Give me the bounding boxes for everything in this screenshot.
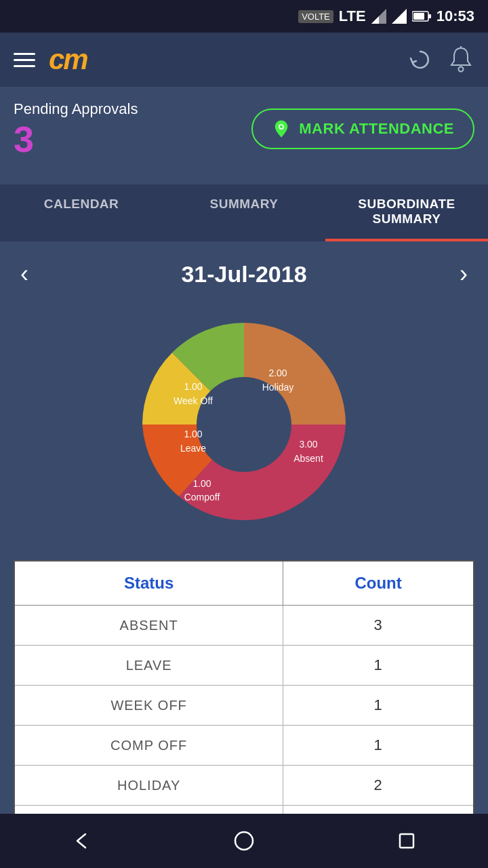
mark-attendance-button[interactable]: MARK ATTENDANCE (251, 108, 474, 149)
volte-badge: VOLTE (298, 10, 333, 23)
compoff-count-cell: 1 (283, 726, 474, 766)
compoff-status-cell: COMP OFF (14, 726, 283, 766)
absent-label: Absent (293, 453, 323, 464)
date-navigation: ‹ 31-Jul-2018 › (14, 255, 474, 293)
next-date-button[interactable]: › (453, 255, 474, 293)
pie-chart: 2.00 Holiday 3.00 Absent 1.00 Compoff 1.… (129, 309, 359, 540)
header-left: cm (14, 43, 87, 76)
prev-date-button[interactable]: ‹ (14, 255, 35, 293)
svg-point-10 (235, 832, 253, 850)
leave-value-label: 1.00 (184, 429, 202, 439)
absent-status-cell: ABSENT (14, 606, 283, 646)
summary-table: Status Count ABSENT 3 LEAVE 1 WEEK OFF 1… (14, 560, 474, 846)
holiday-count-cell: 2 (283, 766, 474, 806)
svg-point-9 (280, 125, 283, 129)
subordinate-summary-content: ‹ 31-Jul-2018 › (0, 241, 488, 860)
leave-count-cell: 1 (283, 646, 474, 686)
app-logo: cm (49, 43, 87, 76)
battery-icon (412, 10, 431, 22)
time: 10:53 (436, 7, 474, 25)
table-row: HOLIDAY 2 (14, 766, 474, 806)
header-right (407, 46, 474, 73)
status-column-header: Status (14, 561, 283, 606)
tab-subordinate-summary[interactable]: SUBORDINATESUMMARY (325, 184, 488, 241)
weekoff-label: Week Off (174, 395, 213, 406)
location-icon (272, 119, 291, 138)
table-row: WEEK OFF 1 (14, 686, 474, 726)
mark-attendance-label: MARK ATTENDANCE (299, 120, 454, 138)
compoff-label: Compoff (184, 492, 220, 502)
status-bar: VOLTE LTE 10:53 (0, 0, 488, 33)
holiday-status-cell: HOLIDAY (14, 766, 283, 806)
back-button[interactable] (64, 824, 98, 858)
svg-rect-4 (428, 14, 431, 18)
signal-icon (371, 9, 386, 24)
weekoff-value-label: 1.00 (184, 381, 202, 392)
table-row: LEAVE 1 (14, 646, 474, 686)
svg-rect-11 (400, 834, 413, 848)
pending-approvals-count: 3 (14, 121, 138, 157)
svg-rect-5 (413, 13, 424, 20)
bottom-navigation (0, 814, 488, 868)
absent-count-cell: 3 (283, 606, 474, 646)
notification-button[interactable] (447, 46, 474, 73)
absent-value-label: 3.00 (299, 439, 317, 450)
app-header: cm (0, 33, 488, 87)
signal-icon-2 (392, 9, 407, 24)
leave-label: Leave (180, 443, 206, 454)
recent-apps-button[interactable] (390, 824, 424, 858)
hamburger-menu[interactable] (14, 53, 35, 67)
tab-calendar[interactable]: CALENDAR (0, 184, 163, 241)
weekoff-count-cell: 1 (283, 686, 474, 726)
holiday-label: Holiday (262, 382, 294, 393)
main-content: Pending Approvals 3 MARK ATTENDANCE (0, 87, 488, 184)
network-type: LTE (339, 7, 366, 25)
leave-status-cell: LEAVE (14, 646, 283, 686)
weekoff-status-cell: WEEK OFF (14, 686, 283, 726)
svg-point-6 (459, 67, 464, 72)
tab-summary[interactable]: SUMMARY (163, 184, 325, 241)
svg-marker-2 (392, 9, 407, 24)
pending-approvals-section: Pending Approvals 3 (14, 100, 138, 157)
pie-chart-container: 2.00 Holiday 3.00 Absent 1.00 Compoff 1.… (14, 309, 474, 540)
pending-approvals-label: Pending Approvals (14, 100, 138, 118)
holiday-value-label: 2.00 (268, 368, 287, 378)
home-button[interactable] (227, 824, 261, 858)
table-row: COMP OFF 1 (14, 726, 474, 766)
compoff-value-label: 1.00 (192, 478, 211, 489)
count-column-header: Count (283, 561, 474, 606)
refresh-button[interactable] (407, 46, 434, 73)
tab-bar: CALENDAR SUMMARY SUBORDINATESUMMARY (0, 184, 488, 241)
current-date: 31-Jul-2018 (181, 261, 306, 288)
table-row: ABSENT 3 (14, 606, 474, 646)
top-row: Pending Approvals 3 MARK ATTENDANCE (14, 100, 474, 157)
